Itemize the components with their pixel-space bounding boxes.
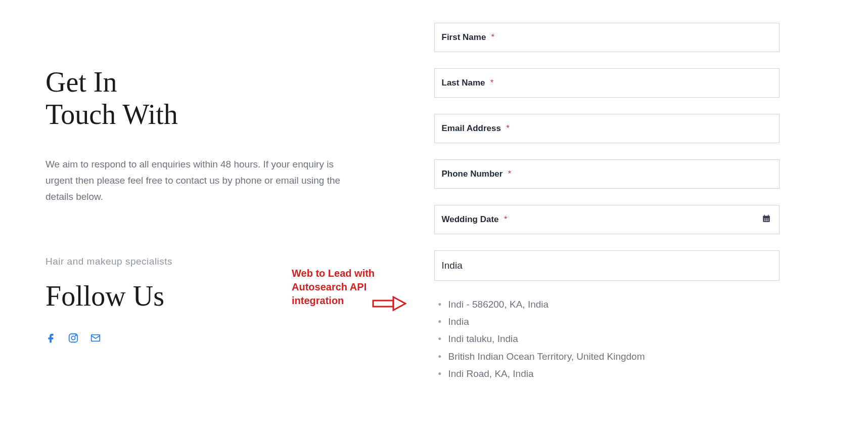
wedding-date-field[interactable]: Wedding Date * (434, 205, 780, 234)
autocomplete-item[interactable]: Indi Road, KA, India (448, 365, 780, 382)
wedding-date-label: Wedding Date (442, 215, 499, 224)
email-label: Email Address (442, 123, 501, 133)
svg-point-2 (75, 335, 76, 336)
annotation-arrow-icon (372, 296, 406, 313)
email-icon[interactable] (90, 332, 101, 344)
autocomplete-item[interactable]: Indi - 586200, KA, India (448, 296, 780, 313)
required-asterisk: * (490, 78, 493, 87)
location-search-input[interactable] (442, 260, 772, 271)
required-asterisk: * (508, 169, 511, 178)
svg-point-1 (71, 336, 75, 339)
required-asterisk: * (491, 33, 494, 41)
svg-rect-6 (764, 215, 765, 217)
svg-rect-9 (766, 219, 767, 220)
phone-label: Phone Number (442, 169, 503, 179)
svg-rect-8 (764, 219, 765, 220)
last-name-label: Last Name (442, 78, 485, 88)
required-asterisk: * (504, 215, 507, 224)
autocomplete-list: Indi - 586200, KA, India India Indi talu… (434, 296, 780, 382)
first-name-field[interactable]: First Name * (434, 23, 780, 52)
required-asterisk: * (506, 124, 509, 133)
autocomplete-item[interactable]: British Indian Ocean Territory, United K… (448, 348, 780, 365)
phone-field[interactable]: Phone Number * (434, 159, 780, 189)
autocomplete-item[interactable]: India (448, 313, 780, 330)
svg-rect-14 (373, 301, 393, 307)
first-name-label: First Name (442, 32, 486, 42)
autocomplete-item[interactable]: Indi taluku, India (448, 330, 780, 348)
svg-rect-13 (767, 220, 768, 221)
facebook-icon[interactable] (45, 332, 57, 344)
social-icons-row (45, 332, 394, 344)
annotation-text: Web to Lead with Autosearch API integrat… (292, 267, 375, 308)
last-name-field[interactable]: Last Name * (434, 68, 780, 98)
svg-rect-5 (763, 216, 770, 218)
svg-rect-7 (768, 215, 769, 217)
instagram-icon[interactable] (68, 332, 79, 344)
svg-rect-10 (767, 219, 768, 220)
email-field[interactable]: Email Address * (434, 114, 780, 143)
svg-rect-11 (764, 220, 765, 221)
specialists-text: Hair and makeup specialists (45, 256, 394, 267)
intro-text: We aim to respond to all enquiries withi… (45, 156, 354, 205)
calendar-icon[interactable] (762, 214, 771, 225)
svg-rect-12 (766, 220, 767, 221)
page-title: Get In Touch With (45, 66, 394, 131)
location-search-field[interactable] (434, 250, 780, 281)
